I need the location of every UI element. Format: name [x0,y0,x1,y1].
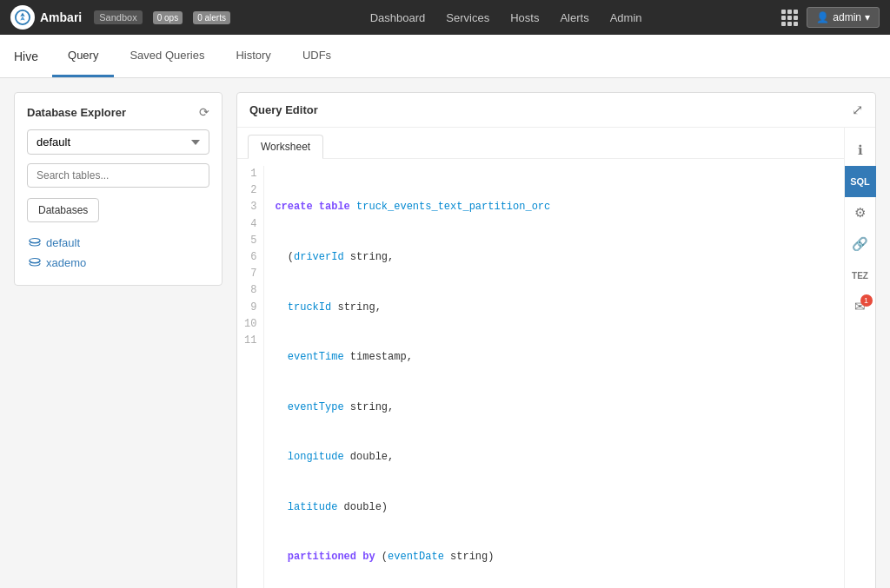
admin-label: admin [833,11,861,23]
nav-dashboard[interactable]: Dashboard [370,11,426,24]
secondary-nav: Hive Query Saved Queries History UDFs [0,35,890,78]
hive-label: Hive [14,50,38,63]
gear-icon-btn[interactable]: ⚙ [845,197,876,228]
nav-tabs: Query Saved Queries History UDFs [52,35,347,77]
database-list: default xademo [27,233,209,273]
ops-badge: 0 ops [153,11,183,24]
db-xademo-icon [29,257,41,269]
left-panel: Database Explorer ⟳ default Databases de… [14,92,222,588]
editor-with-sidebar: Worksheet 12345 67891011 create table tr… [237,128,875,588]
right-panel: Query Editor ⤢ Worksheet 12345 67891011 … [236,92,876,588]
editor-right-sidebar: ℹ SQL ⚙ 🔗 TEZ ✉ 1 [844,128,875,588]
code-content[interactable]: create table truck_events_text_partition… [264,166,844,588]
panel-title: Database Explorer [27,106,126,119]
tab-history[interactable]: History [220,35,286,77]
worksheet-tab[interactable]: Worksheet [248,135,323,159]
notification-badge: 1 [860,294,873,307]
editor-main: Worksheet 12345 67891011 create table tr… [237,128,844,588]
sql-icon-btn[interactable]: SQL [845,166,876,197]
info-icon: ℹ [858,142,863,158]
worksheet-tabs: Worksheet [237,128,844,159]
db-default-name[interactable]: default [46,236,80,249]
link-icon-btn[interactable]: 🔗 [845,228,876,260]
code-editor[interactable]: 12345 67891011 create table truck_events… [237,159,844,588]
tab-saved-queries[interactable]: Saved Queries [114,35,220,77]
tez-icon-btn[interactable]: TEZ [845,260,876,291]
top-nav-links: Dashboard Services Hosts Alerts Admin [239,11,773,24]
nav-hosts[interactable]: Hosts [510,11,539,24]
nav-alerts[interactable]: Alerts [560,11,588,24]
expand-icon[interactable]: ⤢ [852,102,863,118]
main-content: Database Explorer ⟳ default Databases de… [0,78,890,588]
db-xademo-name[interactable]: xademo [46,256,86,269]
mail-icon-btn[interactable]: ✉ 1 [845,291,876,322]
refresh-icon[interactable]: ⟳ [199,105,209,119]
user-icon: 👤 [816,11,829,23]
nav-services[interactable]: Services [446,11,489,24]
db-default-icon [29,237,41,249]
database-select[interactable]: default [27,129,209,155]
env-badge: Sandbox [94,10,142,24]
query-editor-box: Query Editor ⤢ Worksheet 12345 67891011 … [236,92,876,588]
dropdown-arrow: ▾ [865,11,870,23]
app-logo: Ambari [10,5,82,30]
tab-query[interactable]: Query [52,35,114,77]
databases-button[interactable]: Databases [27,198,99,222]
alerts-badge: 0 alerts [193,11,230,24]
list-item[interactable]: xademo [27,253,209,273]
list-item[interactable]: default [27,233,209,253]
gear-icon: ⚙ [854,205,866,221]
top-nav: Ambari Sandbox 0 ops 0 alerts Dashboard … [0,0,890,35]
line-numbers: 12345 67891011 [237,166,264,588]
tab-udfs[interactable]: UDFs [287,35,347,77]
search-tables-input[interactable] [27,163,209,188]
tez-label: TEZ [852,271,868,281]
app-name: Ambari [40,10,82,24]
panel-header: Database Explorer ⟳ [27,105,209,119]
top-nav-right: 👤 admin ▾ [781,7,880,28]
admin-menu[interactable]: 👤 admin ▾ [807,7,880,28]
database-explorer: Database Explorer ⟳ default Databases de… [14,92,222,286]
sql-label: SQL [850,176,870,187]
grid-icon[interactable] [781,10,798,26]
query-editor-header: Query Editor ⤢ [237,93,875,128]
query-editor-title: Query Editor [249,103,318,116]
info-icon-btn[interactable]: ℹ [845,135,876,166]
logo-circle [10,5,35,30]
nav-admin[interactable]: Admin [610,11,642,24]
link-icon: 🔗 [852,236,868,252]
